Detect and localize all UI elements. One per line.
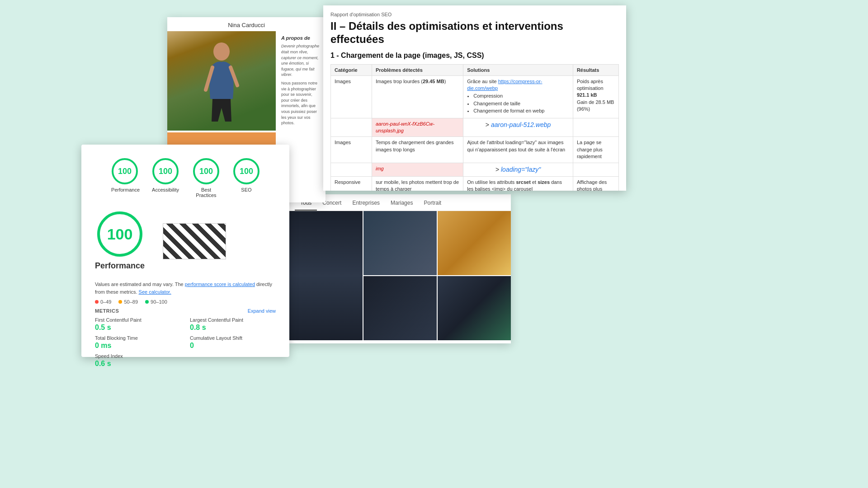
col-solutions: Solutions — [463, 64, 573, 75]
seo-label: SEO — [241, 187, 251, 192]
cell-prob-responsive: sur mobile, les photos mettent trop de t… — [372, 177, 463, 191]
gallery-cell-woman — [438, 211, 511, 275]
accessibility-label: Accessibility — [152, 187, 179, 192]
metric-lcp-value: 0.8 s — [190, 324, 276, 332]
person-figure — [203, 40, 240, 122]
metric-fcp-value: 0.5 s — [95, 324, 181, 332]
best-practices-value: 100 — [199, 167, 213, 176]
metric-lcp-name: Largest Contentful Paint — [190, 317, 276, 323]
seo-table: Catégorie Problèmes détectés Solutions R… — [330, 64, 619, 191]
tab-portrait[interactable]: Portrait — [418, 198, 447, 211]
legend-row: 0–49 50–89 90–100 — [95, 299, 276, 305]
metric-tbt-name: Total Blocking Time — [95, 335, 181, 341]
scores-row: 100 Performance 100 Accessibility 100 Be… — [90, 158, 280, 198]
score-best-practices: 100 Best Practices — [193, 158, 220, 198]
big-score-area: 100 Performance — [90, 207, 280, 275]
score-seo: 100 SEO — [233, 158, 259, 198]
metric-tbt-value: 0 ms — [95, 342, 181, 350]
metrics-label: METRICS — [95, 308, 119, 314]
seo-section-title: 1 - Chargement de la page (images, JS, C… — [330, 52, 619, 60]
gallery-panel: Tous Concert Entreprises Mariages Portra… — [289, 194, 511, 343]
table-row: Images Images trop lourdes (29.45 MB) Gr… — [331, 75, 619, 118]
nina-orange-bar — [167, 132, 276, 146]
cell-prob-images2: Temps de chargement des grandes images t… — [372, 137, 463, 163]
metric-si: Speed Index 0.6 s — [95, 353, 181, 368]
tab-entreprises[interactable]: Entreprises — [347, 198, 385, 211]
metrics-header: METRICS Expand view — [90, 308, 280, 314]
gallery-grid — [289, 211, 511, 340]
seo-report-label: Rapport d'optimisation SEO — [330, 12, 619, 17]
col-resultats: Résultats — [573, 64, 618, 75]
cell-sol-images2: Ajout de l'attribut loading="lazy" aux i… — [463, 137, 573, 163]
cell-arrow1: > aaron-paul-512.webp — [463, 118, 573, 137]
performance-score-link[interactable]: performance score is calculated — [185, 282, 255, 287]
calculator-link[interactable]: See calculator. — [139, 289, 171, 295]
cell-res-images1: Poids après optimisation921.1 kBGain de … — [573, 75, 618, 118]
table-row: Responsive sur mobile, les photos metten… — [331, 177, 619, 191]
metric-cls: Cumulative Layout Shift 0 — [190, 335, 276, 350]
score-note: Values are estimated and may vary. The p… — [95, 281, 276, 296]
gallery-cell-black-man — [363, 276, 437, 340]
table-row-sub1: aaron-paul-wnX-fXzB6Cw-unsplash.jpg > aa… — [331, 118, 619, 137]
col-categorie: Catégorie — [331, 64, 372, 75]
legend-red: 0–49 — [95, 299, 111, 305]
cell-sol-responsive: On utilise les attributs srcset et sizes… — [463, 177, 573, 191]
nina-photo — [167, 31, 276, 131]
score-accessibility: 100 Accessibility — [152, 158, 179, 198]
big-score-left: 100 Performance — [95, 211, 145, 271]
metric-cls-value: 0 — [190, 342, 276, 350]
nina-tagline: Devenir photographe était mon rêve, capt… — [281, 43, 320, 78]
metric-lcp: Largest Contentful Paint 0.8 s — [190, 317, 276, 332]
table-row-sub2: img > loading="lazy" — [331, 163, 619, 177]
metric-fcp-name: First Contentful Paint — [95, 317, 181, 323]
metric-cls-name: Cumulative Layout Shift — [190, 335, 276, 341]
metric-fcp: First Contentful Paint 0.5 s — [95, 317, 181, 332]
lighthouse-panel: 100 Performance 100 Accessibility 100 Be… — [81, 145, 289, 357]
svg-point-0 — [213, 42, 230, 61]
cell-res-empty1 — [573, 118, 618, 137]
cell-res-empty2 — [573, 163, 618, 177]
big-performance-circle: 100 — [97, 211, 142, 257]
seo-main-title: II – Détails des optimisations et interv… — [330, 20, 619, 46]
best-practices-circle: 100 — [193, 158, 219, 184]
metric-si-name: Speed Index — [95, 353, 181, 359]
nina-about-title: A propos de — [281, 35, 320, 42]
cell-empty1 — [331, 118, 372, 137]
metric-tbt: Total Blocking Time 0 ms — [95, 335, 181, 350]
seo-circle: 100 — [233, 158, 259, 184]
gallery-cell-narrow — [289, 211, 363, 340]
compress-link[interactable]: https://compress-or-die.com/webp — [467, 79, 542, 91]
big-score-value: 100 — [107, 225, 133, 243]
cell-cat-images1: Images — [331, 75, 372, 118]
performance-circle: 100 — [112, 158, 138, 184]
seo-panel: Rapport d'optimisation SEO II – Détails … — [323, 5, 626, 191]
best-practices-label: Best Practices — [193, 187, 220, 198]
metric-si-value: 0.6 s — [95, 360, 181, 368]
seo-value: 100 — [240, 167, 253, 176]
cell-sol-images1: Grâce au site https://compress-or-die.co… — [463, 75, 573, 118]
col-problemes: Problèmes détectés — [372, 64, 463, 75]
performance-label: Performance — [111, 187, 138, 192]
cell-cat-images2: Images — [331, 137, 372, 163]
cell-cat-responsive: Responsive — [331, 177, 372, 191]
cell-pink-2: img — [372, 163, 463, 177]
nina-name: Nina Carducci — [228, 22, 265, 28]
legend-orange: 50–89 — [118, 299, 138, 305]
metrics-grid: First Contentful Paint 0.5 s Largest Con… — [90, 314, 280, 368]
performance-value: 100 — [118, 167, 132, 176]
nina-header: Nina Carducci — [167, 17, 326, 31]
screenshot-image — [163, 223, 226, 259]
legend-green: 90–100 — [145, 299, 167, 305]
gallery-cell-wedding — [438, 276, 511, 340]
gallery-cell-man-suit — [363, 211, 437, 275]
table-row: Images Temps de chargement des grandes i… — [331, 137, 619, 163]
accessibility-value: 100 — [159, 167, 172, 176]
screenshot-thumbnail — [163, 223, 226, 259]
tab-mariages[interactable]: Mariages — [385, 198, 418, 211]
score-performance: 100 Performance — [111, 158, 138, 198]
cell-pink-1: aaron-paul-wnX-fXzB6Cw-unsplash.jpg — [372, 118, 463, 137]
cell-empty2 — [331, 163, 372, 177]
cell-res-images2: La page se charge plus rapidement — [573, 137, 618, 163]
big-score-title: Performance — [95, 261, 145, 271]
expand-view-button[interactable]: Expand view — [248, 308, 276, 314]
